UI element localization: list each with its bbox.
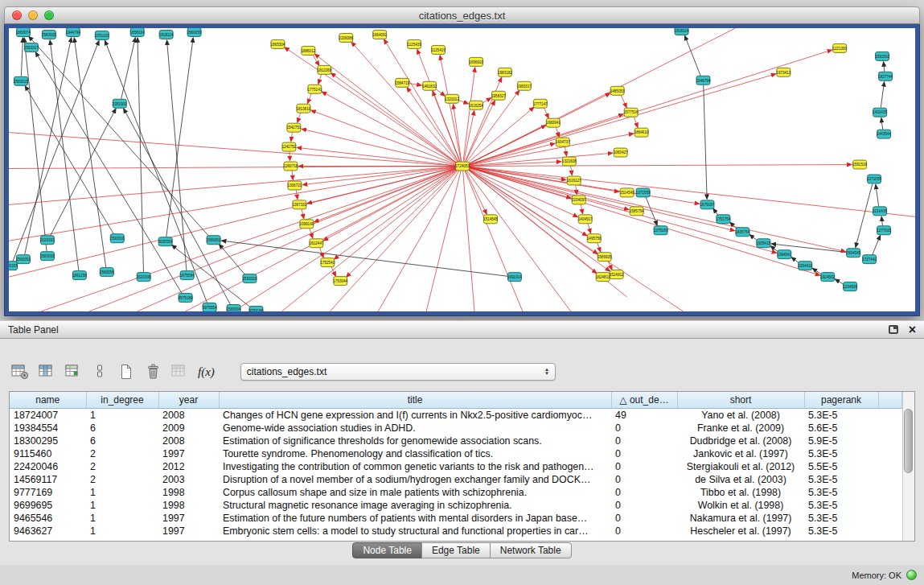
graph-edge[interactable]	[469, 50, 832, 165]
graph-node-yellow[interactable]: 1524812	[610, 270, 624, 279]
cell-title[interactable]: Investigating the contribution of common…	[219, 460, 611, 473]
cell-title[interactable]: Embryonic stem cells: a model to study s…	[219, 525, 611, 538]
graph-node-teal[interactable]: 2020338	[137, 273, 151, 282]
graph-node-teal[interactable]: 2051103	[95, 31, 109, 39]
cell-short[interactable]: de Silva et al. (2003)	[677, 473, 804, 486]
cell-out_degree[interactable]: 0	[611, 473, 677, 486]
graph-edge[interactable]	[166, 38, 193, 237]
graph-edge[interactable]	[89, 168, 457, 311]
graph-node-yellow[interactable]: 1983182	[498, 68, 512, 76]
graph-edge[interactable]	[812, 268, 822, 274]
graph-node-hub[interactable]: 1724053	[455, 162, 470, 171]
cell-in_degree[interactable]: 2	[86, 473, 158, 486]
table-row[interactable]: 1872400712008Changes of HCN gene express…	[10, 408, 902, 422]
float-panel-icon[interactable]	[889, 325, 898, 334]
graph-node-yellow[interactable]: 1812268	[317, 65, 331, 74]
graph-node-teal[interactable]: 1234509	[843, 282, 857, 291]
cell-in_degree[interactable]: 1	[86, 499, 158, 512]
graph-edge[interactable]	[330, 170, 458, 311]
cell-short[interactable]: Nakamura et al. (1997)	[677, 512, 804, 525]
graph-edge[interactable]	[318, 74, 322, 84]
graph-edge[interactable]	[290, 152, 290, 161]
graph-edge[interactable]	[621, 95, 626, 108]
cell-pagerank[interactable]: 5.3E-5	[804, 486, 878, 499]
graph-edge[interactable]	[469, 167, 777, 253]
cell-out_degree[interactable]: 0	[611, 525, 677, 538]
graph-edge[interactable]	[835, 279, 844, 285]
graph-edge[interactable]	[685, 35, 701, 76]
zoom-window-icon[interactable]	[44, 10, 54, 20]
graph-edge[interactable]	[234, 169, 458, 311]
graph-node-teal[interactable]: 9975554	[203, 303, 217, 311]
cell-pagerank[interactable]: 5.3E-5	[804, 447, 878, 460]
graph-edge[interactable]	[21, 38, 23, 76]
graph-edge[interactable]	[465, 77, 501, 162]
graph-node-yellow[interactable]: 1260718	[283, 162, 298, 171]
graph-node-teal[interactable]: 1835754	[735, 228, 749, 237]
graph-node-teal[interactable]: 1924502	[820, 273, 835, 282]
cell-short[interactable]: Hescheler et al. (1997)	[677, 525, 804, 538]
tab-edge-table[interactable]: Edge Table	[421, 542, 491, 558]
graph-node-yellow[interactable]: 1775141	[307, 84, 322, 93]
cell-title[interactable]: Changes of HCN gene expression and I(f) …	[219, 408, 611, 422]
graph-node-yellow[interactable]: 1864610	[634, 128, 649, 137]
cell-pagerank[interactable]: 5.5E-5	[804, 460, 878, 473]
graph-node-teal[interactable]: 2020331	[40, 236, 55, 245]
graph-node-teal[interactable]: 1875584	[180, 271, 195, 280]
network-canvas[interactable]: 1863074258300519447942051103185810418181…	[9, 28, 915, 311]
graph-node-yellow[interactable]: 1813810	[296, 104, 310, 113]
graph-edge[interactable]	[51, 109, 116, 236]
graph-node-yellow[interactable]: 1624811	[596, 273, 610, 282]
cell-title[interactable]: Estimation of the future numbers of pati…	[219, 512, 611, 525]
graph-node-teal[interactable]: 1863074	[16, 28, 31, 36]
cell-year[interactable]: 2008	[158, 408, 219, 422]
graph-edge[interactable]	[25, 38, 72, 255]
graph-edge[interactable]	[856, 183, 873, 247]
graph-node-teal[interactable]: 1271055	[867, 175, 881, 183]
graph-edge[interactable]	[378, 171, 459, 311]
cell-name[interactable]: 22420046	[10, 460, 86, 473]
graph-edge[interactable]	[347, 170, 458, 278]
table-row[interactable]: 1938455462009Genome-wide association stu…	[10, 422, 902, 435]
cell-title[interactable]: Disruption of a novel member of a sodium…	[219, 473, 611, 486]
cell-in_degree[interactable]: 1	[86, 525, 158, 538]
graph-edge[interactable]	[426, 171, 461, 311]
column-header-name[interactable]: name	[10, 392, 86, 408]
graph-node-yellow[interactable]: 1495756	[587, 234, 602, 243]
graph-node-teal[interactable]: 1818104	[675, 28, 689, 35]
cell-title[interactable]: Tourette syndrome. Phenomenology and cla…	[219, 447, 611, 460]
graph-node-yellow[interactable]: 1680941	[546, 118, 561, 127]
graph-node-teal[interactable]: 1679197	[700, 200, 715, 209]
graph-edge[interactable]	[581, 204, 582, 214]
column-settings-icon[interactable]	[10, 361, 31, 382]
graph-node-yellow[interactable]: 1125439	[407, 39, 421, 48]
graph-node-yellow[interactable]: 1983317	[517, 81, 532, 90]
graph-node-yellow[interactable]: 1321012	[445, 94, 459, 103]
cell-year[interactable]: 2012	[158, 460, 219, 473]
graph-edge[interactable]	[873, 236, 881, 255]
table-row[interactable]: 1456911722003Disruption of a novel membe…	[10, 473, 902, 486]
graph-node-teal[interactable]: 1691914	[507, 273, 522, 282]
cell-in_degree[interactable]: 6	[86, 435, 158, 447]
graph-node-teal[interactable]: 8575189	[179, 294, 193, 303]
graph-node-yellow[interactable]: 1242752	[281, 142, 296, 151]
cell-name[interactable]: 9777169	[10, 486, 86, 499]
graph-node-yellow[interactable]: 1367331	[292, 200, 306, 209]
graph-edge[interactable]	[881, 118, 883, 130]
graph-edge[interactable]	[469, 167, 846, 252]
graph-node-yellow[interactable]: 1591518	[852, 160, 867, 169]
table-row[interactable]: 969969511998Structural magnetic resonanc…	[10, 499, 902, 512]
graph-node-yellow[interactable]: 1616254	[469, 101, 483, 109]
graph-edge[interactable]	[138, 38, 144, 272]
graph-edge[interactable]	[469, 162, 561, 166]
cell-year[interactable]: 1998	[158, 486, 219, 499]
graph-edge[interactable]	[469, 167, 915, 216]
column-header-year[interactable]: year	[158, 392, 219, 408]
graph-node-yellow[interactable]: 1461832	[422, 81, 437, 90]
cell-out_degree[interactable]: 0	[611, 512, 677, 525]
cell-pagerank[interactable]: 5.3E-5	[804, 525, 878, 538]
graph-node-teal[interactable]: 1504545	[846, 249, 860, 257]
graph-node-teal[interactable]: 2583015	[14, 76, 28, 85]
cell-year[interactable]: 1997	[158, 512, 219, 525]
graph-node-teal[interactable]: 1371559	[636, 188, 651, 197]
